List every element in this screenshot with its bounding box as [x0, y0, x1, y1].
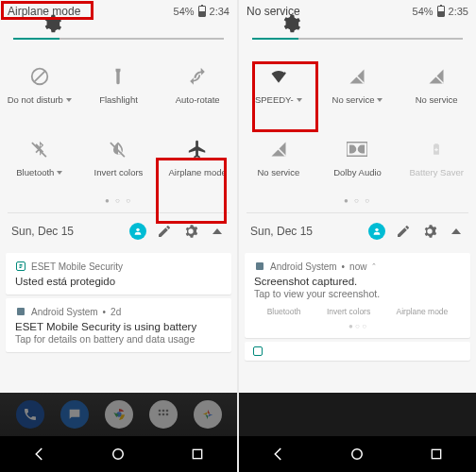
phone-right: No service 54% 2:35 SPEEDY- No service N…	[239, 0, 476, 472]
photos-app-icon[interactable]	[194, 400, 222, 429]
svg-point-4	[116, 412, 121, 416]
svg-rect-16	[254, 347, 263, 356]
clock: 2:35	[449, 6, 468, 17]
collapse-icon[interactable]	[209, 223, 226, 240]
user-icon[interactable]	[368, 223, 385, 240]
gear-icon[interactable]	[421, 223, 438, 240]
tile-dolby[interactable]: Dolby Audio	[318, 129, 398, 191]
screenshot-thumbnail-labels: Bluetooth Invert colors Airplane mode	[254, 307, 461, 316]
brightness-gear-icon[interactable]	[42, 13, 62, 38]
clock: 2:34	[210, 6, 230, 17]
notif-title: ESET Mobile Security is using battery	[15, 321, 222, 332]
user-icon[interactable]	[129, 223, 146, 240]
back-button[interactable]	[30, 445, 49, 464]
recents-button[interactable]	[188, 445, 207, 464]
notif-meta: now	[349, 261, 366, 272]
recents-button[interactable]	[427, 445, 446, 464]
date-row: Sun, Dec 15	[239, 213, 476, 249]
page-indicator: ● ○ ○	[239, 194, 476, 212]
quick-settings-row-2: No service Dolby Audio Battery Saver	[239, 122, 476, 194]
notif-title: Screenshot captured.	[254, 276, 461, 287]
flashlight-icon	[108, 66, 128, 87]
airplane-icon	[187, 139, 208, 160]
battery-percent: 54%	[174, 6, 195, 17]
signal-icon	[426, 66, 447, 87]
svg-point-9	[162, 413, 164, 416]
svg-point-5	[158, 410, 161, 413]
battery-percent: 54%	[413, 6, 434, 17]
tile-cellular-1[interactable]: No service	[318, 57, 398, 118]
brightness-slider[interactable]	[0, 23, 237, 49]
tile-cellular-3[interactable]: No service	[239, 129, 318, 191]
notif-meta: 2d	[110, 307, 121, 317]
android-icon	[15, 306, 26, 317]
wifi-icon	[268, 66, 289, 87]
svg-point-17	[352, 449, 363, 460]
page-indicator: ● ○ ○	[0, 194, 237, 212]
svg-point-10	[165, 413, 168, 416]
notification-eset[interactable]: ESET Mobile Security Usted está protegid…	[6, 253, 231, 295]
brightness-gear-icon[interactable]	[280, 13, 301, 38]
tile-auto-rotate[interactable]: Auto-rotate	[158, 57, 237, 118]
back-button[interactable]	[269, 445, 288, 464]
status-right: 54% 2:35	[413, 6, 468, 17]
messages-app-icon[interactable]	[60, 400, 89, 429]
svg-rect-2	[17, 308, 25, 315]
quick-settings-row-1: Do not disturb Flashlight Auto-rotate	[0, 49, 237, 122]
notification-screenshot[interactable]: Android System • now ⌃ Screenshot captur…	[245, 253, 470, 338]
signal-icon	[347, 66, 367, 87]
notification-android-system[interactable]: Android System • 2d ESET Mobile Security…	[6, 298, 231, 352]
dolby-icon	[347, 139, 367, 160]
svg-rect-12	[193, 449, 201, 458]
battery-icon	[437, 6, 445, 17]
notif-body: Tap to view your screenshot.	[254, 288, 461, 299]
notif-app-name: ESET Mobile Security	[31, 261, 123, 272]
chrome-app-icon[interactable]	[105, 400, 133, 429]
svg-point-8	[158, 413, 161, 416]
brightness-slider[interactable]	[239, 23, 476, 49]
home-button[interactable]	[348, 445, 366, 464]
apps-icon[interactable]	[149, 400, 178, 429]
tile-cellular-2[interactable]: No service	[397, 57, 476, 118]
do-not-disturb-icon	[29, 66, 50, 87]
svg-rect-18	[432, 449, 440, 458]
tile-bluetooth[interactable]: Bluetooth	[0, 129, 79, 191]
date-row: Sun, Dec 15	[0, 213, 237, 249]
battery-saver-icon	[426, 139, 447, 160]
date-label: Sun, Dec 15	[11, 225, 120, 238]
phone-app-icon[interactable]	[16, 400, 44, 429]
notif-app-name: Android System	[31, 307, 98, 317]
quick-settings-row-1: SPEEDY- No service No service	[239, 49, 476, 122]
tile-invert-colors[interactable]: Invert colors	[79, 129, 159, 191]
tile-battery-saver[interactable]: Battery Saver	[397, 129, 476, 191]
tile-wifi[interactable]: SPEEDY-	[239, 57, 318, 118]
notification-collapsed[interactable]	[245, 342, 470, 361]
battery-icon	[198, 6, 206, 17]
svg-point-14	[375, 228, 378, 231]
signal-icon	[268, 139, 289, 160]
collapse-icon[interactable]	[448, 223, 465, 240]
navigation-bar	[0, 436, 237, 472]
edit-icon[interactable]	[156, 223, 173, 240]
invert-colors-icon	[108, 139, 128, 160]
gear-icon[interactable]	[182, 223, 199, 240]
svg-point-7	[165, 410, 168, 413]
edit-icon[interactable]	[395, 223, 412, 240]
eset-icon	[252, 346, 264, 357]
phone-left: Airplane mode 54% 2:34 Do not disturb Fl…	[0, 0, 237, 472]
status-bar: No service 54% 2:35	[239, 0, 476, 23]
date-label: Sun, Dec 15	[250, 225, 359, 238]
tile-airplane-mode[interactable]: Airplane mode	[158, 129, 237, 191]
app-dock	[239, 393, 476, 436]
expand-caret-icon[interactable]: ⌃	[371, 262, 377, 270]
android-icon	[254, 261, 265, 272]
bluetooth-icon	[29, 139, 50, 160]
home-button[interactable]	[109, 445, 128, 464]
status-bar: Airplane mode 54% 2:34	[0, 0, 237, 23]
svg-point-0	[136, 228, 139, 231]
notif-app-name: Android System	[270, 261, 337, 272]
notif-body: Tap for details on battery and data usag…	[15, 333, 222, 345]
tile-flashlight[interactable]: Flashlight	[79, 57, 159, 118]
app-dock	[0, 393, 237, 436]
tile-do-not-disturb[interactable]: Do not disturb	[0, 57, 79, 118]
